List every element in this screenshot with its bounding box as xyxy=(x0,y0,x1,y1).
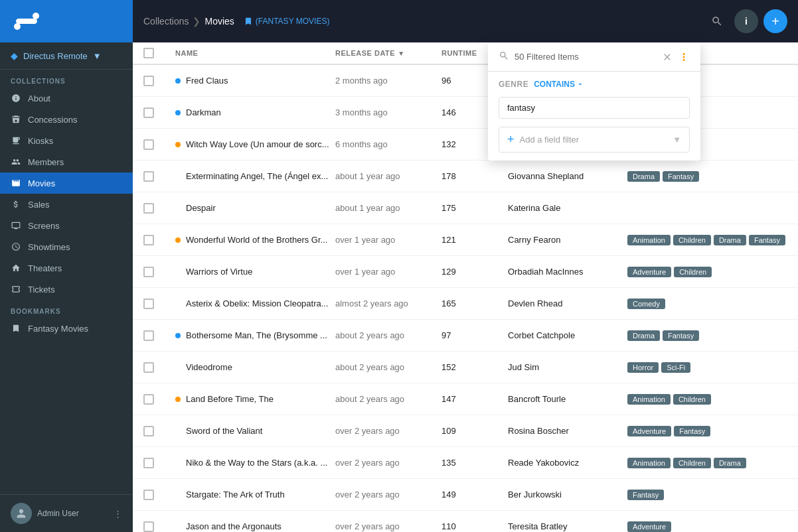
home-icon xyxy=(11,263,21,273)
genre-tag: Fantasy xyxy=(674,426,710,436)
sidebar-item-showtimes[interactable]: Showtimes xyxy=(0,236,133,257)
sort-arrow-icon: ▼ xyxy=(398,50,404,57)
filter-count: 50 Filtered Items xyxy=(515,52,657,62)
genre-tag: Drama xyxy=(714,458,746,468)
dollar-icon xyxy=(11,199,21,210)
row-runtime: 165 xyxy=(441,299,508,308)
row-director: Orbadiah MacInnes xyxy=(508,267,627,277)
table-row[interactable]: Sword of the Valiant over 2 years ago 10… xyxy=(133,415,798,447)
table-row[interactable]: Warriors of Virtue over 1 year ago 129 O… xyxy=(133,256,798,288)
topbar: Collections ❯ Movies (FANTASY MOVIES) i … xyxy=(133,0,798,42)
sidebar-item-about[interactable]: About xyxy=(0,88,133,109)
row-checkbox[interactable] xyxy=(143,171,154,182)
sidebar-item-sales[interactable]: Sales xyxy=(0,194,133,215)
select-all-checkbox[interactable] xyxy=(143,48,154,58)
row-checkbox[interactable] xyxy=(143,426,154,436)
sidebar-item-theaters[interactable]: Theaters xyxy=(0,257,133,279)
breadcrumb-bookmark[interactable]: (FANTASY MOVIES) xyxy=(244,17,330,26)
filter-field-label: GENRE xyxy=(499,80,528,89)
film-icon xyxy=(11,178,21,188)
row-director: Bancroft Tourle xyxy=(508,394,627,404)
filter-value-input[interactable] xyxy=(499,97,690,119)
breadcrumb-bookmark-label: (FANTASY MOVIES) xyxy=(256,17,330,26)
sidebar-item-screens[interactable]: Screens xyxy=(0,215,133,236)
bookmark-icon xyxy=(11,323,21,334)
row-checkbox[interactable] xyxy=(143,521,154,532)
row-checkbox-cell xyxy=(143,107,175,118)
table-row[interactable]: Videodrome about 2 years ago 152 Jud Sim… xyxy=(133,352,798,383)
row-checkbox[interactable] xyxy=(143,362,154,373)
sidebar-item-kiosks[interactable]: Kiosks xyxy=(0,130,133,151)
sidebar-item-tickets[interactable]: Tickets xyxy=(0,279,133,300)
row-checkbox[interactable] xyxy=(143,458,154,468)
status-dot xyxy=(175,237,181,243)
info-button[interactable]: i xyxy=(734,9,758,33)
table-row[interactable]: Wonderful World of the Brothers Gr... ov… xyxy=(133,224,798,256)
sidebar-item-members[interactable]: Members xyxy=(0,151,133,172)
status-dot xyxy=(175,78,181,84)
user-info: Admin User xyxy=(11,503,79,524)
genre-tag: Animation xyxy=(627,394,671,405)
genre-tag: Children xyxy=(674,267,712,277)
row-name: Niko & the Way to the Stars (a.k.a. ... xyxy=(175,458,335,468)
row-release-date: over 2 years ago xyxy=(335,490,441,499)
genre-tag: Fantasy xyxy=(663,171,699,182)
add-filter-dropdown-icon: ▼ xyxy=(673,135,681,145)
row-name: Exterminating Angel, The (Ángel ex... xyxy=(175,171,335,181)
people-icon xyxy=(11,157,21,167)
user-more-icon[interactable]: ⋮ xyxy=(114,509,122,519)
table-row[interactable]: Bothersome Man, The (Brysomme ... about … xyxy=(133,320,798,352)
filter-options-button[interactable] xyxy=(678,51,690,63)
row-name: Warriors of Virtue xyxy=(175,267,335,277)
table-row[interactable]: Despair about 1 year ago 175 Katerina Ga… xyxy=(133,192,798,224)
svg-point-1 xyxy=(14,23,21,30)
row-checkbox[interactable] xyxy=(143,203,154,214)
monitor-icon xyxy=(11,135,21,146)
table-row[interactable]: Niko & the Way to the Stars (a.k.a. ... … xyxy=(133,447,798,479)
bookmark-item-fantasy-movies[interactable]: Fantasy Movies xyxy=(0,318,133,339)
table-row[interactable]: Asterix & Obelix: Mission Cleopatra... a… xyxy=(133,288,798,320)
row-runtime: 178 xyxy=(441,171,508,181)
row-checkbox[interactable] xyxy=(143,267,154,277)
row-checkbox[interactable] xyxy=(143,394,154,405)
row-checkbox[interactable] xyxy=(143,490,154,500)
row-checkbox[interactable] xyxy=(143,76,154,86)
add-button[interactable]: + xyxy=(763,9,787,33)
filter-operator-button[interactable]: CONTAINS xyxy=(534,80,584,89)
row-checkbox[interactable] xyxy=(143,139,154,150)
brand-dropdown-icon: ▼ xyxy=(93,51,102,61)
row-runtime: 175 xyxy=(441,203,508,213)
row-checkbox[interactable] xyxy=(143,107,154,118)
row-checkbox[interactable] xyxy=(143,235,154,245)
search-button[interactable] xyxy=(705,9,729,33)
row-director: Giovanna Shepland xyxy=(508,171,627,181)
table-row[interactable]: Jason and the Argonauts over 2 years ago… xyxy=(133,511,798,532)
row-name: Asterix & Obelix: Mission Cleopatra... xyxy=(175,299,335,308)
add-filter-button[interactable]: + Add a field filter ▼ xyxy=(499,127,690,153)
row-checkbox-cell xyxy=(143,362,175,373)
collections-section-label: COLLECTIONS xyxy=(0,70,133,88)
sidebar-item-movies[interactable]: Movies xyxy=(0,172,133,194)
genre-tag: Adventure xyxy=(627,426,671,436)
sidebar-item-concessions[interactable]: Concessions xyxy=(0,109,133,130)
row-checkbox[interactable] xyxy=(143,299,154,309)
table-row[interactable]: Exterminating Angel, The (Ángel ex... ab… xyxy=(133,161,798,192)
sidebar-brand[interactable]: ◆ Directus Remote ▼ xyxy=(0,42,133,70)
filter-close-button[interactable] xyxy=(662,52,673,62)
row-genres: HorrorSci-Fi xyxy=(627,362,787,373)
row-name: Videodrome xyxy=(175,362,335,372)
row-release-date: about 1 year ago xyxy=(335,171,441,181)
row-release-date: over 2 years ago xyxy=(335,458,441,468)
status-dot xyxy=(175,333,181,338)
th-release-date[interactable]: RELEASE DATE ▼ xyxy=(335,49,441,57)
table-row[interactable]: Land Before Time, The about 2 years ago … xyxy=(133,383,798,415)
row-checkbox[interactable] xyxy=(143,330,154,341)
row-runtime: 149 xyxy=(441,490,508,499)
table-row[interactable]: Stargate: The Ark of Truth over 2 years … xyxy=(133,479,798,511)
th-name[interactable]: NAME xyxy=(175,49,335,57)
clock-icon xyxy=(11,241,21,252)
row-name: Stargate: The Ark of Truth xyxy=(175,490,335,499)
row-checkbox-cell xyxy=(143,203,175,214)
breadcrumb-collections[interactable]: Collections xyxy=(143,16,189,27)
row-runtime: 129 xyxy=(441,267,508,277)
